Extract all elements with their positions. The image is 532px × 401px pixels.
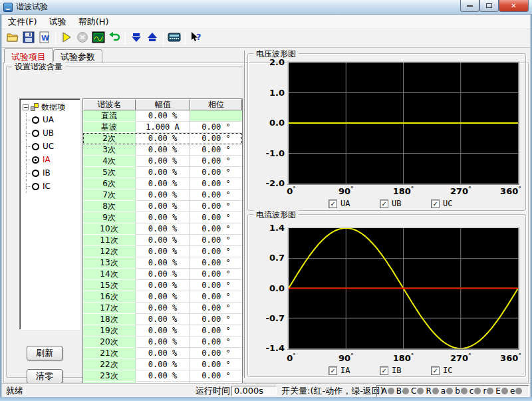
- amplitude-cell[interactable]: 0.00 %: [136, 156, 190, 167]
- table-row[interactable]: 10次0.00 %0.00 °: [83, 223, 242, 235]
- refresh-button[interactable]: 刷新: [27, 346, 63, 360]
- phase-cell[interactable]: 0.00 °: [190, 291, 242, 303]
- legend-checkbox-IC[interactable]: ✓IC: [431, 366, 452, 375]
- phase-cell[interactable]: 0.00 °: [190, 212, 242, 223]
- amplitude-cell[interactable]: 0.00 %: [136, 257, 190, 269]
- tab-test-items[interactable]: 试验项目: [4, 48, 53, 63]
- phase-cell[interactable]: 0.00 °: [190, 190, 242, 201]
- save-button[interactable]: [21, 31, 37, 46]
- table-row[interactable]: 5次0.00 %0.00 °: [83, 167, 242, 178]
- phase-cell[interactable]: 0.00 °: [190, 359, 242, 370]
- checkbox-icon[interactable]: ✓: [431, 200, 440, 208]
- amplitude-cell[interactable]: 0.00 %: [136, 110, 190, 122]
- table-row[interactable]: 13次0.00 %0.00 °: [83, 257, 242, 269]
- harmonic-name-cell[interactable]: 9次: [83, 212, 136, 223]
- table-row[interactable]: 19次0.00 %0.00 °: [83, 325, 242, 336]
- radio-selected-icon[interactable]: [32, 156, 39, 164]
- harmonic-name-cell[interactable]: 直流: [83, 110, 136, 122]
- table-row[interactable]: 11次0.00 %0.00 °: [83, 235, 242, 246]
- harmonic-name-cell[interactable]: 21次: [83, 348, 136, 359]
- close-button[interactable]: ✕: [499, 0, 529, 12]
- phase-cell[interactable]: 0.00 °: [190, 336, 242, 348]
- menu-item-1[interactable]: 试验: [43, 15, 72, 29]
- amplitude-cell[interactable]: 0.00 %: [136, 280, 190, 291]
- menu-item-2[interactable]: 帮助(H): [72, 15, 115, 29]
- amplitude-cell[interactable]: 0.00 %: [136, 144, 190, 156]
- table-row[interactable]: 基波1.000 A0.00 °: [83, 122, 242, 133]
- tree-item-IA[interactable]: IA: [23, 153, 80, 166]
- move-up-button[interactable]: [144, 31, 160, 46]
- checkbox-icon[interactable]: ✓: [431, 366, 440, 375]
- legend-checkbox-IB[interactable]: ✓IB: [380, 366, 401, 375]
- harmonic-name-cell[interactable]: 6次: [83, 178, 136, 190]
- export-word-button[interactable]: W: [37, 31, 53, 46]
- phase-cell[interactable]: 0.00 °: [190, 144, 242, 156]
- tab-test-params[interactable]: 试验参数: [53, 49, 102, 63]
- title-bar[interactable]: 谐波试验 ✕: [0, 0, 532, 15]
- phase-cell[interactable]: 0.00 °: [190, 314, 242, 325]
- radio-icon[interactable]: [32, 116, 39, 124]
- legend-checkbox-UB[interactable]: ✓UB: [380, 199, 401, 208]
- amplitude-cell[interactable]: 0.00 %: [136, 370, 190, 382]
- column-header-1[interactable]: 幅值: [136, 99, 190, 110]
- table-row[interactable]: 2次0.00 %0.00 °: [83, 133, 242, 144]
- harmonic-name-cell[interactable]: 2次: [83, 133, 136, 144]
- tree-item-IC[interactable]: IC: [23, 180, 80, 193]
- tree-collapse-icon[interactable]: −: [23, 104, 29, 110]
- phase-cell[interactable]: 0.00 °: [190, 325, 242, 336]
- amplitude-cell[interactable]: 0.00 %: [136, 336, 190, 348]
- phase-cell[interactable]: 0.00 °: [190, 122, 242, 133]
- harmonic-name-cell[interactable]: 17次: [83, 303, 136, 314]
- amplitude-cell[interactable]: 0.00 %: [136, 167, 190, 178]
- table-row[interactable]: 4次0.00 %0.00 °: [83, 156, 242, 167]
- phase-cell[interactable]: 0.00 °: [190, 235, 242, 246]
- table-row[interactable]: 17次0.00 %0.00 °: [83, 303, 242, 314]
- table-row[interactable]: 16次0.00 %0.00 °: [83, 291, 242, 303]
- stop-button[interactable]: [74, 31, 90, 46]
- amplitude-cell[interactable]: 0.00 %: [136, 178, 190, 190]
- harmonic-name-cell[interactable]: 10次: [83, 223, 136, 235]
- amplitude-cell[interactable]: 0.00 %: [136, 235, 190, 246]
- phase-cell[interactable]: 0.00 °: [190, 201, 242, 212]
- table-row[interactable]: 20次0.00 %0.00 °: [83, 336, 242, 348]
- harmonic-name-cell[interactable]: 20次: [83, 336, 136, 348]
- amplitude-cell[interactable]: 0.00 %: [136, 269, 190, 280]
- phase-cell[interactable]: 0.00 °: [190, 246, 242, 257]
- amplitude-cell[interactable]: 0.00 %: [136, 246, 190, 257]
- amplitude-cell[interactable]: 0.00 %: [136, 291, 190, 303]
- harmonic-name-cell[interactable]: 7次: [83, 190, 136, 201]
- table-row[interactable]: 7次0.00 %0.00 °: [83, 190, 242, 201]
- table-row[interactable]: 15次0.00 %0.00 °: [83, 280, 242, 291]
- harmonic-name-cell[interactable]: 5次: [83, 167, 136, 178]
- table-row[interactable]: 18次0.00 %0.00 °: [83, 314, 242, 325]
- phase-cell[interactable]: 0.00 °: [190, 133, 242, 144]
- table-row[interactable]: 22次0.00 %0.00 °: [83, 359, 242, 370]
- table-row[interactable]: 9次0.00 %0.00 °: [83, 212, 242, 223]
- harmonic-name-cell[interactable]: 8次: [83, 201, 136, 212]
- amplitude-cell[interactable]: 0.00 %: [136, 133, 190, 144]
- amplitude-cell[interactable]: 0.00 %: [136, 201, 190, 212]
- harmonic-name-cell[interactable]: 3次: [83, 144, 136, 156]
- phase-cell[interactable]: 0.00 °: [190, 257, 242, 269]
- harmonic-name-cell[interactable]: 23次: [83, 370, 136, 382]
- harmonic-name-cell[interactable]: 基波: [83, 122, 136, 133]
- table-row[interactable]: 14次0.00 %0.00 °: [83, 269, 242, 280]
- waveform-button[interactable]: [90, 31, 106, 46]
- maximize-button[interactable]: [479, 0, 499, 12]
- table-row[interactable]: 3次0.00 %0.00 °: [83, 144, 242, 156]
- open-file-button[interactable]: [5, 31, 21, 46]
- amplitude-cell[interactable]: 0.00 %: [136, 223, 190, 235]
- legend-checkbox-UC[interactable]: ✓UC: [431, 199, 452, 208]
- keypad-button[interactable]: [166, 31, 182, 46]
- harmonic-name-cell[interactable]: 12次: [83, 246, 136, 257]
- table-row[interactable]: 6次0.00 %0.00 °: [83, 178, 242, 190]
- phase-cell[interactable]: 0.00 °: [190, 223, 242, 235]
- column-header-0[interactable]: 谐波名: [83, 99, 136, 110]
- phase-cell[interactable]: 0.00 °: [190, 178, 242, 190]
- phase-cell[interactable]: 0.00 °: [190, 303, 242, 314]
- amplitude-cell[interactable]: 0.00 %: [136, 212, 190, 223]
- legend-checkbox-UA[interactable]: ✓UA: [329, 199, 350, 208]
- tree-item-UA[interactable]: UA: [23, 113, 80, 126]
- amplitude-cell[interactable]: 0.00 %: [136, 314, 190, 325]
- harmonic-name-cell[interactable]: 18次: [83, 314, 136, 325]
